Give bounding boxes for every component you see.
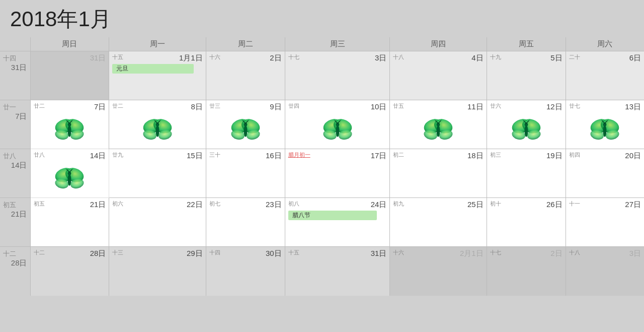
svg-point-74 — [68, 174, 71, 186]
svg-point-4 — [68, 125, 71, 137]
lunar-label-2-1: 廿九 — [112, 151, 123, 159]
calendar-grid: 周日 周一 周二 周三 周四 周五 周六 十四31日31日十五1月1日元旦十六2… — [0, 37, 644, 296]
weekday-header-row: 周日 周一 周二 周三 周四 周五 周六 — [0, 37, 644, 51]
week-num-3: 初五21日 — [0, 198, 30, 247]
day-num-1-4: 11日 — [467, 102, 484, 112]
header-empty — [0, 37, 30, 51]
cell-top-1-3: 廿四10日 — [288, 102, 387, 112]
day-cell-3-4[interactable]: 初九25日 — [390, 198, 487, 247]
cell-top-0-1: 十五1月1日 — [112, 53, 202, 63]
day-cell-0-3[interactable]: 十七3日 — [285, 51, 390, 100]
header-thu: 周四 — [390, 37, 487, 51]
lunar-label-3-0: 初五 — [34, 200, 45, 208]
lunar-label-1-0: 廿二 — [34, 102, 45, 110]
header-sun: 周日 — [30, 37, 109, 51]
day-cell-1-6[interactable]: 廿七13日 — [566, 100, 644, 149]
day-cell-2-1[interactable]: 廿九15日 — [109, 149, 206, 198]
day-cell-0-6[interactable]: 二十6日 — [566, 51, 644, 100]
day-cell-1-5[interactable]: 廿六12日 — [487, 100, 566, 149]
cell-top-0-4: 十八4日 — [393, 53, 483, 63]
week-row-0: 十四31日31日十五1月1日元旦十六2日十七3日十八4日十九5日二十6日 — [0, 51, 644, 100]
lunar-label-2-3: 腊月初一 — [288, 151, 310, 159]
day-cell-3-0[interactable]: 初五21日 — [30, 198, 109, 247]
lunar-label-3-5: 初十 — [490, 200, 501, 208]
header-fri: 周五 — [487, 37, 566, 51]
day-num-0-6: 6日 — [629, 53, 641, 63]
day-cell-1-0[interactable]: 廿二7日 — [30, 100, 109, 149]
day-cell-0-1[interactable]: 十五1月1日元旦 — [109, 51, 206, 100]
day-cell-2-4[interactable]: 初二18日 — [390, 149, 487, 198]
butterfly-icon-1-2 — [228, 117, 263, 147]
day-num-3-6: 27日 — [625, 200, 641, 210]
day-cell-0-0[interactable]: 31日 — [30, 51, 109, 100]
day-num-3-4: 25日 — [467, 200, 484, 210]
day-cell-3-3[interactable]: 初八24日腊八节 — [285, 198, 390, 247]
day-cell-4-4[interactable]: 十六2月1日 — [390, 247, 487, 296]
svg-point-9 — [72, 119, 74, 120]
day-num-2-0: 14日 — [90, 151, 106, 161]
svg-point-24 — [244, 125, 247, 137]
lunar-label-0-6: 二十 — [569, 53, 580, 61]
day-cell-2-2[interactable]: 三十16日 — [206, 149, 285, 198]
cell-top-0-0: 31日 — [34, 53, 106, 63]
svg-point-47 — [434, 119, 436, 120]
day-num-4-3: 31日 — [371, 249, 387, 258]
day-num-3-3: 24日 — [371, 200, 387, 210]
day-cell-2-0[interactable]: 廿八14日 — [30, 149, 109, 198]
cell-top-4-3: 十五31日 — [288, 249, 387, 258]
calendar-title: 2018年1月 — [0, 5, 644, 37]
day-num-0-5: 5日 — [550, 53, 562, 63]
svg-point-54 — [524, 125, 528, 137]
svg-point-59 — [529, 119, 530, 120]
day-num-2-5: 19日 — [546, 151, 562, 161]
lunar-label-1-3: 廿四 — [288, 102, 299, 110]
day-num-4-5: 2日 — [550, 249, 562, 258]
day-cell-1-2[interactable]: 廿三9日 — [206, 100, 285, 149]
butterfly-icon-1-4 — [421, 117, 456, 147]
day-cell-4-0[interactable]: 十二28日 — [30, 247, 109, 296]
day-cell-3-2[interactable]: 初七23日 — [206, 198, 285, 247]
day-cell-2-5[interactable]: 初三19日 — [487, 149, 566, 198]
cell-top-3-1: 初六22日 — [112, 200, 202, 210]
day-cell-4-2[interactable]: 十四30日 — [206, 247, 285, 296]
header-wed: 周三 — [285, 37, 390, 51]
day-cell-3-1[interactable]: 初六22日 — [109, 198, 206, 247]
lunar-label-3-3: 初八 — [288, 200, 299, 208]
day-cell-2-6[interactable]: 初四20日 — [566, 149, 644, 198]
calendar-container: 2018年1月 周日 周一 周二 周三 周四 周五 周六 十四31日31日十五1… — [0, 0, 644, 332]
day-cell-1-3[interactable]: 廿四10日 — [285, 100, 390, 149]
day-cell-0-4[interactable]: 十八4日 — [390, 51, 487, 100]
lunar-label-3-4: 初九 — [393, 200, 404, 208]
butterfly-icon-2-0 — [52, 166, 87, 195]
day-cell-4-3[interactable]: 十五31日 — [285, 247, 390, 296]
lunar-label-0-1: 十五 — [112, 53, 123, 61]
day-cell-4-5[interactable]: 十七2日 — [487, 247, 566, 296]
day-cell-0-2[interactable]: 十六2日 — [206, 51, 285, 100]
cell-top-2-0: 廿八14日 — [34, 151, 106, 161]
svg-point-34 — [336, 125, 339, 137]
day-cell-4-1[interactable]: 十三29日 — [109, 247, 206, 296]
lunar-label-4-5: 十七 — [490, 249, 501, 256]
cell-top-4-4: 十六2月1日 — [393, 249, 483, 258]
day-cell-3-6[interactable]: 十一27日 — [566, 198, 644, 247]
day-cell-3-5[interactable]: 初十26日 — [487, 198, 566, 247]
day-cell-1-1[interactable]: 廿二8日 — [109, 100, 206, 149]
day-num-2-3: 17日 — [371, 151, 387, 161]
cell-top-4-1: 十三29日 — [112, 249, 202, 258]
day-num-4-1: 29日 — [187, 249, 203, 258]
day-cell-0-5[interactable]: 十九5日 — [487, 51, 566, 100]
day-cell-1-4[interactable]: 廿五11日 — [390, 100, 487, 149]
day-num-3-1: 22日 — [187, 200, 203, 210]
day-num-1-1: 8日 — [191, 102, 202, 112]
cell-top-3-3: 初八24日 — [288, 200, 387, 210]
day-num-4-6: 3日 — [629, 249, 641, 258]
day-cell-4-6[interactable]: 十八3日 — [566, 247, 644, 296]
svg-point-64 — [603, 125, 607, 137]
butterfly-icon-1-0 — [52, 117, 87, 147]
cell-top-0-3: 十七3日 — [288, 53, 387, 63]
lunar-label-0-3: 十七 — [288, 53, 299, 61]
lunar-label-4-3: 十五 — [288, 249, 299, 256]
week-num-0: 十四31日 — [0, 51, 30, 100]
day-cell-2-3[interactable]: 腊月初一17日 — [285, 149, 390, 198]
lunar-label-1-6: 廿七 — [569, 102, 580, 110]
